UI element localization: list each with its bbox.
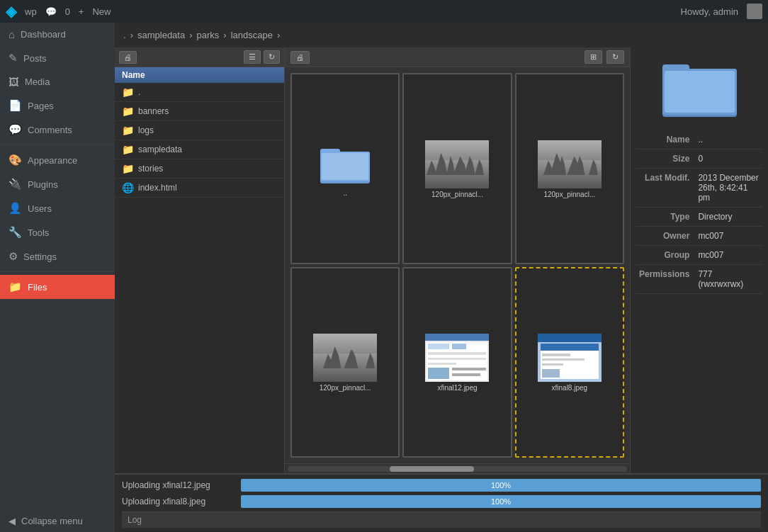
- tree-items: 📁 . 📁 banners 📁 logs 📁 sampledata: [115, 83, 284, 473]
- file-tree-panel: 🖨 ☰ ↻ Name 📁 . 📁 banners: [115, 47, 285, 473]
- horizontal-scrollbar[interactable]: [285, 463, 630, 473]
- info-table: Name .. Size 0 Last Modif. 2013 December…: [636, 130, 762, 294]
- breadcrumb-sep-4: ›: [277, 30, 280, 40]
- tree-item-index[interactable]: 🌐 index.html: [115, 179, 284, 198]
- thumb-print-button[interactable]: 🖨: [290, 51, 310, 64]
- sidebar-item-tools[interactable]: 🔧 Tools: [0, 220, 115, 244]
- thumb-refresh-button[interactable]: ↻: [606, 50, 624, 64]
- dashboard-icon: ⌂: [9, 28, 15, 40]
- thumb-item-img2[interactable]: 120px_pinnacl...: [515, 73, 624, 264]
- breadcrumb-sep-2: ›: [189, 30, 192, 40]
- howdy-label: Howdy, admin: [681, 6, 738, 17]
- settings-icon: ⚙: [9, 250, 18, 263]
- comments-icon: 💬: [45, 6, 57, 17]
- users-icon: 👤: [9, 202, 22, 215]
- info-row-name: Name ..: [636, 130, 762, 149]
- thumb-item-img3[interactable]: 120px_pinnacl...: [290, 267, 400, 458]
- sidebar-item-appearance[interactable]: 🎨 Appearance: [0, 148, 115, 172]
- info-row-lastmod: Last Modif. 2013 December 26th, 8:42:41 …: [636, 169, 762, 208]
- screen-image-1: [425, 334, 489, 382]
- plugins-icon: 🔌: [9, 178, 22, 191]
- thumbs-grid: .. 120px_pinnacl... 120px_pinnacl...: [285, 67, 630, 463]
- folder-icon: 📁: [122, 163, 134, 174]
- upload-progress-bar-1: 100%: [241, 479, 761, 492]
- thumb-item-xfinal8[interactable]: xfinal8.jpeg: [515, 267, 624, 458]
- rock-image-3: [313, 334, 377, 382]
- new-item-icon: +: [79, 6, 84, 17]
- thumb-item-xfinal12[interactable]: xfinal12.jpeg: [402, 267, 512, 458]
- tree-menu-button[interactable]: ☰: [244, 50, 261, 64]
- info-row-perms: Permissions 777 (rwxrwxrwx): [636, 265, 762, 294]
- thumb-toolbar: 🖨 ⊞ ↻: [285, 47, 630, 67]
- folder-icon: 📁: [122, 86, 134, 98]
- info-folder-icon: [662, 59, 737, 117]
- collapse-menu-button[interactable]: ◀ Collapse menu: [0, 510, 115, 532]
- rock-image-2: [538, 140, 602, 188]
- svg-rect-7: [665, 71, 735, 113]
- upload-area: Uploading xfinal12.jpeg 100% Uploading x…: [115, 473, 768, 532]
- site-name[interactable]: wp: [25, 6, 37, 17]
- breadcrumb: . › sampledata › parks › landscape ›: [115, 23, 768, 47]
- files-icon: 📁: [9, 281, 22, 293]
- wp-logo-icon[interactable]: ◈: [6, 3, 16, 20]
- sidebar: ⌂ Dashboard ✎ Posts 🖼 Media 📄 Pages 💬 Co…: [0, 23, 115, 532]
- thumb-item-dotdot[interactable]: ..: [290, 73, 400, 264]
- tools-icon: 🔧: [9, 226, 22, 239]
- thumb-item-img1[interactable]: 120px_pinnacl...: [402, 73, 512, 264]
- breadcrumb-part-sampledata[interactable]: sampledata: [137, 30, 185, 40]
- info-row-size: Size 0: [636, 149, 762, 169]
- sidebar-item-media[interactable]: 🖼 Media: [0, 70, 115, 94]
- thumbnails-panel: 🖨 ⊞ ↻: [285, 47, 630, 473]
- tree-item-stories[interactable]: 📁 stories: [115, 159, 284, 179]
- breadcrumb-sep-3: ›: [223, 30, 226, 40]
- topbar: ◈ wp 💬 0 + New Howdy, admin: [0, 0, 768, 23]
- file-info-panel: Name .. Size 0 Last Modif. 2013 December…: [630, 47, 768, 473]
- upload-row-2: Uploading xfinal8.jpeg 100%: [122, 495, 761, 508]
- avatar: [747, 4, 762, 19]
- sidebar-item-users[interactable]: 👤 Users: [0, 196, 115, 220]
- tree-item-dot[interactable]: 📁 .: [115, 83, 284, 102]
- breadcrumb-part-parks[interactable]: parks: [197, 30, 220, 40]
- screen-image-2: [538, 334, 602, 382]
- breadcrumb-part-landscape[interactable]: landscape: [231, 30, 273, 40]
- thumb-grid-button[interactable]: ⊞: [585, 50, 602, 64]
- upload-bar-fill-1: 100%: [241, 479, 761, 492]
- folder-icon: 📁: [122, 125, 134, 136]
- svg-rect-3: [322, 153, 368, 180]
- tree-print-button[interactable]: 🖨: [119, 51, 137, 64]
- tree-item-sampledata[interactable]: 📁 sampledata: [115, 140, 284, 159]
- sidebar-item-comments[interactable]: 💬 Comments: [0, 118, 115, 142]
- upload-progress-bar-2: 100%: [241, 495, 761, 508]
- folder-icon: 📁: [122, 144, 134, 155]
- comments-count[interactable]: 0: [65, 6, 70, 17]
- tree-item-banners[interactable]: 📁 banners: [115, 102, 284, 121]
- sidebar-item-settings[interactable]: ⚙ Settings: [0, 244, 115, 268]
- media-icon: 🖼: [9, 76, 19, 88]
- appearance-icon: 🎨: [9, 154, 22, 166]
- breadcrumb-sep-1: ›: [130, 30, 133, 40]
- upload-bar-fill-2: 100%: [241, 495, 761, 508]
- tree-header: Name: [115, 67, 284, 83]
- comments-nav-icon: 💬: [9, 123, 22, 136]
- log-bar: Log: [122, 511, 761, 528]
- sidebar-item-posts[interactable]: ✎ Posts: [0, 46, 115, 70]
- sidebar-active-arrow: ▶: [111, 279, 115, 295]
- sidebar-item-dashboard[interactable]: ⌂ Dashboard: [0, 23, 115, 46]
- pages-icon: 📄: [9, 99, 22, 112]
- upload-row-1: Uploading xfinal12.jpeg 100%: [122, 479, 761, 492]
- sidebar-item-files[interactable]: 📁 Files ▶: [0, 275, 115, 299]
- sidebar-item-plugins[interactable]: 🔌 Plugins: [0, 172, 115, 196]
- info-row-group: Group mc007: [636, 246, 762, 265]
- tree-item-logs[interactable]: 📁 logs: [115, 121, 284, 140]
- collapse-icon: ◀: [9, 516, 16, 526]
- new-button[interactable]: New: [92, 6, 111, 17]
- tree-toolbar: 🖨 ☰ ↻: [115, 47, 284, 67]
- info-row-type: Type Directory: [636, 208, 762, 227]
- folder-thumb-svg: [320, 145, 370, 183]
- posts-icon: ✎: [9, 52, 18, 64]
- tree-refresh-button[interactable]: ↻: [264, 50, 280, 64]
- rock-image-1: [425, 140, 489, 188]
- html-file-icon: 🌐: [122, 182, 134, 193]
- breadcrumb-part-dot[interactable]: .: [123, 30, 126, 40]
- sidebar-item-pages[interactable]: 📄 Pages: [0, 94, 115, 118]
